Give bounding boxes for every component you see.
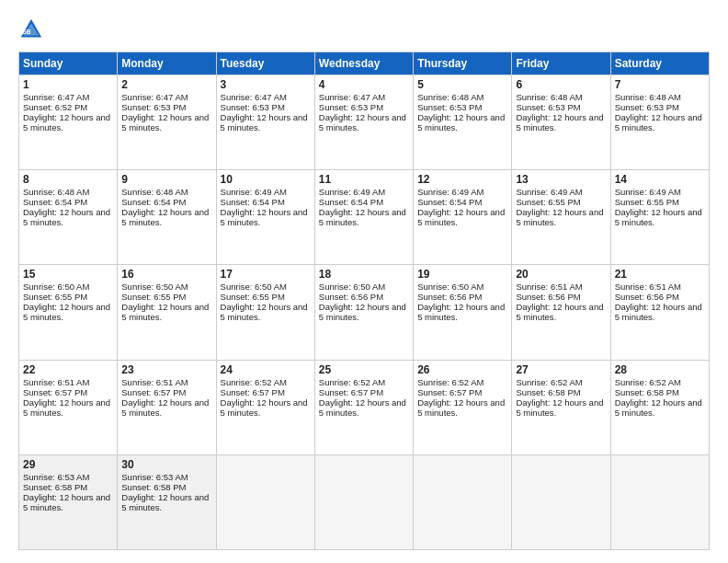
sunset: Sunset: 6:55 PM	[516, 197, 580, 207]
sunset: Sunset: 6:56 PM	[417, 292, 482, 302]
calendar-cell: 3Sunrise: 6:47 AMSunset: 6:53 PMDaylight…	[216, 75, 314, 170]
day-number: 9	[121, 173, 211, 186]
sunrise: Sunrise: 6:52 AM	[615, 377, 681, 387]
day-header-saturday: Saturday	[610, 52, 709, 75]
calendar-week-4: 22Sunrise: 6:51 AMSunset: 6:57 PMDayligh…	[19, 360, 710, 454]
daylight: Daylight: 12 hours and 5 minutes.	[23, 492, 110, 512]
logo: GB	[18, 17, 48, 42]
daylight: Daylight: 12 hours and 5 minutes.	[615, 207, 702, 227]
calendar-cell: 29Sunrise: 6:53 AMSunset: 6:58 PMDayligh…	[19, 454, 118, 549]
header: GB	[18, 17, 710, 42]
calendar-cell: 10Sunrise: 6:49 AMSunset: 6:54 PMDayligh…	[216, 170, 314, 265]
daylight: Daylight: 12 hours and 5 minutes.	[121, 112, 209, 132]
day-number: 30	[121, 458, 211, 471]
daylight: Daylight: 12 hours and 5 minutes.	[417, 302, 505, 322]
day-number: 18	[319, 268, 409, 281]
day-header-friday: Friday	[512, 52, 610, 75]
calendar-cell: 23Sunrise: 6:51 AMSunset: 6:57 PMDayligh…	[118, 360, 216, 454]
day-number: 4	[319, 78, 409, 91]
day-header-tuesday: Tuesday	[216, 52, 314, 75]
daylight: Daylight: 12 hours and 5 minutes.	[417, 397, 505, 418]
calendar-cell: 8Sunrise: 6:48 AMSunset: 6:54 PMDaylight…	[19, 170, 118, 265]
sunrise: Sunrise: 6:48 AM	[615, 92, 681, 102]
daylight: Daylight: 12 hours and 5 minutes.	[121, 397, 209, 418]
sunrise: Sunrise: 6:48 AM	[516, 92, 582, 102]
calendar-cell: 7Sunrise: 6:48 AMSunset: 6:53 PMDaylight…	[610, 75, 709, 170]
calendar-week-1: 1Sunrise: 6:47 AMSunset: 6:52 PMDaylight…	[19, 75, 710, 170]
calendar-cell	[414, 454, 512, 549]
day-number: 3	[221, 78, 311, 91]
sunrise: Sunrise: 6:49 AM	[615, 187, 681, 197]
day-number: 1	[23, 78, 113, 91]
day-number: 8	[23, 173, 113, 186]
sunset: Sunset: 6:55 PM	[221, 292, 285, 302]
calendar-table: SundayMondayTuesdayWednesdayThursdayFrid…	[18, 52, 710, 550]
day-number: 5	[417, 78, 507, 91]
calendar-cell: 20Sunrise: 6:51 AMSunset: 6:56 PMDayligh…	[512, 265, 610, 360]
day-number: 2	[121, 78, 211, 91]
sunset: Sunset: 6:56 PM	[615, 292, 679, 302]
sunrise: Sunrise: 6:51 AM	[121, 377, 188, 387]
calendar-cell: 16Sunrise: 6:50 AMSunset: 6:55 PMDayligh…	[118, 265, 216, 360]
day-number: 13	[516, 173, 606, 186]
daylight: Daylight: 12 hours and 5 minutes.	[417, 207, 505, 227]
day-number: 26	[417, 363, 507, 376]
sunrise: Sunrise: 6:50 AM	[23, 282, 89, 292]
sunset: Sunset: 6:54 PM	[121, 197, 186, 207]
calendar-cell: 1Sunrise: 6:47 AMSunset: 6:52 PMDaylight…	[19, 75, 118, 170]
sunrise: Sunrise: 6:51 AM	[516, 282, 582, 292]
daylight: Daylight: 12 hours and 5 minutes.	[319, 207, 406, 227]
calendar-cell: 19Sunrise: 6:50 AMSunset: 6:56 PMDayligh…	[414, 265, 512, 360]
sunrise: Sunrise: 6:49 AM	[516, 187, 582, 197]
sunset: Sunset: 6:55 PM	[121, 292, 186, 302]
sunset: Sunset: 6:54 PM	[417, 197, 482, 207]
daylight: Daylight: 12 hours and 5 minutes.	[516, 112, 603, 132]
sunset: Sunset: 6:53 PM	[221, 102, 285, 112]
daylight: Daylight: 12 hours and 5 minutes.	[121, 207, 209, 227]
calendar-cell: 30Sunrise: 6:53 AMSunset: 6:58 PMDayligh…	[118, 454, 216, 549]
calendar-cell: 27Sunrise: 6:52 AMSunset: 6:58 PMDayligh…	[512, 360, 610, 454]
daylight: Daylight: 12 hours and 5 minutes.	[23, 112, 110, 132]
day-header-thursday: Thursday	[414, 52, 512, 75]
calendar-week-5: 29Sunrise: 6:53 AMSunset: 6:58 PMDayligh…	[19, 454, 710, 549]
calendar-cell: 28Sunrise: 6:52 AMSunset: 6:58 PMDayligh…	[610, 360, 709, 454]
calendar-page: GB SundayMondayTuesdayWednesdayThursdayF…	[0, 0, 728, 563]
sunrise: Sunrise: 6:47 AM	[221, 92, 287, 102]
daylight: Daylight: 12 hours and 5 minutes.	[221, 397, 308, 418]
calendar-cell: 13Sunrise: 6:49 AMSunset: 6:55 PMDayligh…	[512, 170, 610, 265]
daylight: Daylight: 12 hours and 5 minutes.	[319, 302, 406, 322]
calendar-cell: 2Sunrise: 6:47 AMSunset: 6:53 PMDaylight…	[118, 75, 216, 170]
calendar-cell	[216, 454, 314, 549]
sunset: Sunset: 6:53 PM	[417, 102, 482, 112]
sunrise: Sunrise: 6:49 AM	[319, 187, 385, 197]
calendar-cell: 25Sunrise: 6:52 AMSunset: 6:57 PMDayligh…	[314, 360, 413, 454]
daylight: Daylight: 12 hours and 5 minutes.	[417, 112, 505, 132]
sunrise: Sunrise: 6:47 AM	[121, 92, 188, 102]
daylight: Daylight: 12 hours and 5 minutes.	[319, 112, 406, 132]
sunrise: Sunrise: 6:51 AM	[23, 377, 89, 387]
logo-icon: GB	[18, 17, 44, 42]
sunset: Sunset: 6:57 PM	[23, 387, 87, 397]
sunset: Sunset: 6:57 PM	[121, 387, 186, 397]
daylight: Daylight: 12 hours and 5 minutes.	[121, 492, 209, 512]
sunset: Sunset: 6:53 PM	[516, 102, 580, 112]
sunset: Sunset: 6:55 PM	[615, 197, 679, 207]
sunset: Sunset: 6:53 PM	[615, 102, 679, 112]
daylight: Daylight: 12 hours and 5 minutes.	[615, 397, 702, 418]
sunset: Sunset: 6:53 PM	[319, 102, 383, 112]
sunset: Sunset: 6:58 PM	[615, 387, 679, 397]
calendar-cell: 22Sunrise: 6:51 AMSunset: 6:57 PMDayligh…	[19, 360, 118, 454]
day-number: 10	[221, 173, 311, 186]
calendar-week-3: 15Sunrise: 6:50 AMSunset: 6:55 PMDayligh…	[19, 265, 710, 360]
sunset: Sunset: 6:57 PM	[319, 387, 383, 397]
sunrise: Sunrise: 6:53 AM	[23, 472, 89, 482]
sunset: Sunset: 6:57 PM	[417, 387, 482, 397]
sunset: Sunset: 6:52 PM	[23, 102, 87, 112]
calendar-cell: 17Sunrise: 6:50 AMSunset: 6:55 PMDayligh…	[216, 265, 314, 360]
calendar-cell: 5Sunrise: 6:48 AMSunset: 6:53 PMDaylight…	[414, 75, 512, 170]
day-number: 16	[121, 268, 211, 281]
day-number: 23	[121, 363, 211, 376]
sunset: Sunset: 6:58 PM	[516, 387, 580, 397]
day-number: 29	[23, 458, 113, 471]
calendar-cell: 11Sunrise: 6:49 AMSunset: 6:54 PMDayligh…	[314, 170, 413, 265]
